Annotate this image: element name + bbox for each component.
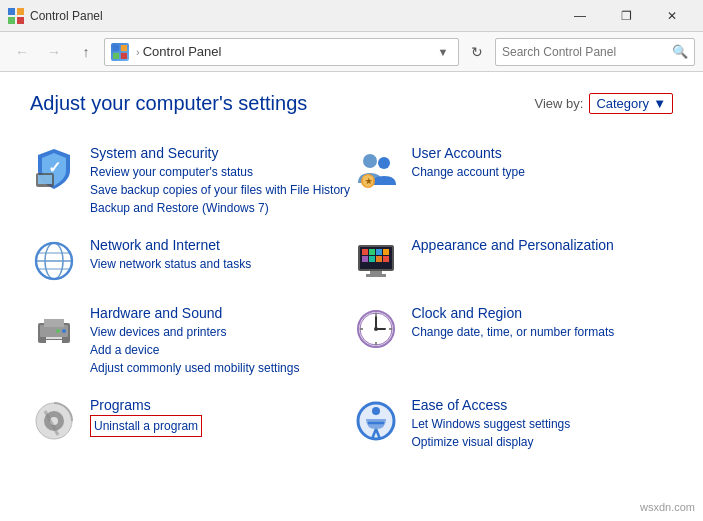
svg-rect-31	[370, 271, 382, 274]
address-box[interactable]: › Control Panel ▼	[104, 38, 459, 66]
svg-rect-37	[46, 340, 62, 345]
page-title: Adjust your computer's settings	[30, 92, 307, 115]
svg-rect-7	[121, 52, 127, 58]
appearance-icon	[352, 237, 400, 285]
minimize-button[interactable]: —	[557, 0, 603, 32]
svg-rect-24	[369, 249, 375, 255]
link-optimize-display[interactable]: Optimize visual display	[412, 433, 674, 451]
view-by: View by: Category ▼	[534, 93, 673, 114]
svg-rect-25	[376, 249, 382, 255]
ease-of-access-content: Ease of Access Let Windows suggest setti…	[412, 397, 674, 451]
category-user-accounts: ★ User Accounts Change account type	[352, 135, 674, 227]
category-ease-of-access: Ease of Access Let Windows suggest setti…	[352, 387, 674, 461]
svg-rect-6	[113, 52, 119, 58]
clock-region-icon	[352, 305, 400, 353]
svg-rect-27	[362, 256, 368, 262]
category-dropdown[interactable]: Category ▼	[589, 93, 673, 114]
close-button[interactable]: ✕	[649, 0, 695, 32]
svg-point-44	[374, 327, 378, 331]
view-by-label: View by:	[534, 96, 583, 111]
programs-content: Programs Uninstall a program	[90, 397, 352, 437]
programs-icon	[30, 397, 78, 445]
category-clock-region: Clock and Region Change date, time, or n…	[352, 295, 674, 387]
svg-rect-30	[383, 256, 389, 262]
svg-rect-4	[113, 45, 119, 51]
category-hardware-sound: Hardware and Sound View devices and prin…	[30, 295, 352, 387]
hardware-sound-icon	[30, 305, 78, 353]
programs-title[interactable]: Programs	[90, 397, 352, 413]
link-windows-suggest[interactable]: Let Windows suggest settings	[412, 415, 674, 433]
up-button[interactable]: ↑	[72, 38, 100, 66]
link-backup-restore[interactable]: Backup and Restore (Windows 7)	[90, 199, 352, 217]
main-content: Adjust your computer's settings View by:…	[0, 72, 703, 521]
watermark: wsxdn.com	[640, 501, 695, 513]
svg-rect-36	[46, 337, 62, 339]
link-backup-files[interactable]: Save backup copies of your files with Fi…	[90, 181, 352, 199]
appearance-content: Appearance and Personalization	[412, 237, 674, 255]
title-bar: Control Panel — ❐ ✕	[0, 0, 703, 32]
link-network-status[interactable]: View network status and tasks	[90, 255, 352, 273]
link-date-time[interactable]: Change date, time, or number formats	[412, 323, 674, 341]
user-accounts-icon: ★	[352, 145, 400, 193]
category-programs: Programs Uninstall a program	[30, 387, 352, 461]
address-chevron: ›	[136, 46, 140, 58]
system-security-title[interactable]: System and Security	[90, 145, 352, 161]
user-accounts-title[interactable]: User Accounts	[412, 145, 674, 161]
window-title: Control Panel	[30, 9, 557, 23]
address-bar: ← → ↑ › Control Panel ▼ ↻ 🔍	[0, 32, 703, 72]
refresh-button[interactable]: ↻	[463, 38, 491, 66]
category-appearance: Appearance and Personalization	[352, 227, 674, 295]
svg-rect-10	[38, 175, 52, 184]
search-button[interactable]: 🔍	[672, 44, 688, 59]
svg-rect-28	[369, 256, 375, 262]
category-network-internet: Network and Internet View network status…	[30, 227, 352, 295]
network-internet-content: Network and Internet View network status…	[90, 237, 352, 273]
svg-point-54	[372, 407, 380, 415]
svg-rect-32	[366, 274, 386, 277]
svg-rect-3	[17, 17, 24, 24]
clock-region-content: Clock and Region Change date, time, or n…	[412, 305, 674, 341]
svg-point-11	[363, 154, 377, 168]
svg-rect-5	[121, 45, 127, 51]
svg-rect-35	[44, 319, 64, 327]
category-label: Category	[596, 96, 649, 111]
svg-point-38	[62, 329, 66, 333]
restore-button[interactable]: ❐	[603, 0, 649, 32]
back-button[interactable]: ←	[8, 38, 36, 66]
link-uninstall-program[interactable]: Uninstall a program	[90, 415, 202, 437]
svg-text:★: ★	[364, 177, 372, 186]
address-icon	[111, 43, 129, 61]
hardware-sound-content: Hardware and Sound View devices and prin…	[90, 305, 352, 377]
system-security-content: System and Security Review your computer…	[90, 145, 352, 217]
search-input[interactable]	[502, 45, 672, 59]
network-internet-icon	[30, 237, 78, 285]
hardware-sound-title[interactable]: Hardware and Sound	[90, 305, 352, 321]
categories-grid: ✓ System and Security Review your comput…	[30, 135, 673, 461]
ease-of-access-title[interactable]: Ease of Access	[412, 397, 674, 413]
link-mobility-settings[interactable]: Adjust commonly used mobility settings	[90, 359, 352, 377]
svg-point-12	[378, 157, 390, 169]
search-box[interactable]: 🔍	[495, 38, 695, 66]
category-system-security: ✓ System and Security Review your comput…	[30, 135, 352, 227]
svg-rect-2	[8, 17, 15, 24]
link-review-status[interactable]: Review your computer's status	[90, 163, 352, 181]
page-header: Adjust your computer's settings View by:…	[30, 92, 673, 115]
link-view-devices[interactable]: View devices and printers	[90, 323, 352, 341]
svg-rect-0	[8, 8, 15, 15]
appearance-title[interactable]: Appearance and Personalization	[412, 237, 674, 253]
address-dropdown-button[interactable]: ▼	[434, 38, 452, 66]
dropdown-arrow: ▼	[653, 96, 666, 111]
svg-rect-26	[383, 249, 389, 255]
user-accounts-content: User Accounts Change account type	[412, 145, 674, 181]
network-internet-title[interactable]: Network and Internet	[90, 237, 352, 253]
forward-button[interactable]: →	[40, 38, 68, 66]
clock-region-title[interactable]: Clock and Region	[412, 305, 674, 321]
app-icon	[8, 8, 24, 24]
svg-rect-23	[362, 249, 368, 255]
svg-point-39	[56, 329, 60, 333]
link-change-account[interactable]: Change account type	[412, 163, 674, 181]
system-security-icon: ✓	[30, 145, 78, 193]
svg-rect-1	[17, 8, 24, 15]
ease-of-access-icon	[352, 397, 400, 445]
link-add-device[interactable]: Add a device	[90, 341, 352, 359]
